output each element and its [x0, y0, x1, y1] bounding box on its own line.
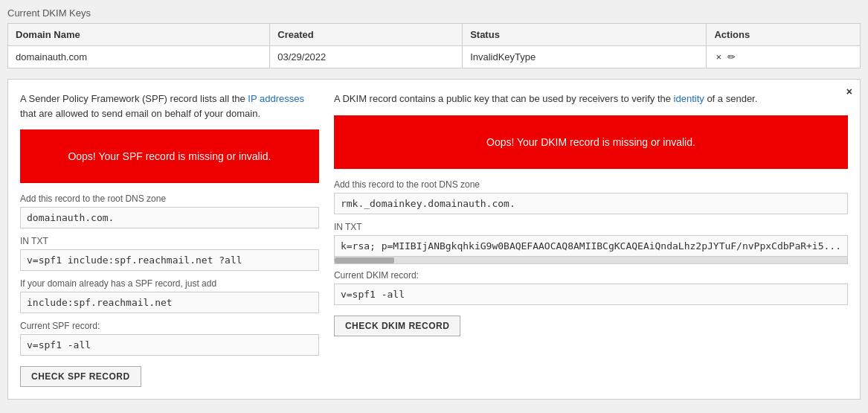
dkim-dns-label: Add this record to the root DNS zone: [334, 179, 848, 190]
check-dkim-button[interactable]: CHECK DKIM RECORD: [334, 316, 461, 336]
dkim-identity-highlight: identity: [674, 93, 704, 104]
table-row: domainauth.com 03/29/2022 InvalidKeyType…: [8, 46, 861, 68]
created-cell: 03/29/2022: [270, 46, 463, 68]
page-wrapper: Current DKIM Keys Domain Name Created St…: [0, 0, 868, 413]
dkim-current-value[interactable]: v=spf1 -all: [334, 284, 848, 305]
spf-current-label: Current SPF record:: [20, 321, 319, 331]
dkim-column: A DKIM record contains a public key that…: [334, 92, 848, 387]
delete-button[interactable]: ×: [714, 51, 723, 63]
dkim-description: A DKIM record contains a public key that…: [334, 92, 848, 106]
dkim-dns-value[interactable]: rmk._domainkey.domainauth.com.: [334, 193, 848, 214]
dkim-scrollbar[interactable]: [334, 257, 848, 264]
col-header-created: Created: [270, 24, 463, 46]
check-spf-button[interactable]: CHECK SPF RECORD: [20, 366, 141, 387]
dkim-error-banner: Oops! Your DKIM record is missing or inv…: [334, 115, 848, 169]
spf-just-add-value[interactable]: include:spf.reachmail.net: [20, 292, 319, 313]
col-header-domain: Domain Name: [8, 24, 270, 46]
spf-in-txt-value[interactable]: v=spf1 include:spf.reachmail.net ?all: [20, 249, 319, 271]
close-button[interactable]: ×: [846, 86, 852, 97]
dkim-keys-table: Domain Name Created Status Actions domai…: [7, 23, 861, 68]
spf-column: A Sender Policy Framework (SPF) record l…: [20, 92, 319, 387]
spf-description-highlight: IP addresses: [248, 93, 304, 104]
domain-cell: domainauth.com: [8, 46, 270, 68]
spf-error-banner: Oops! Your SPF record is missing or inva…: [20, 129, 319, 183]
dkim-in-txt-label: IN TXT: [334, 222, 848, 232]
two-column-layout: A Sender Policy Framework (SPF) record l…: [20, 92, 848, 387]
section-title: Current DKIM Keys: [7, 7, 861, 19]
spf-current-value[interactable]: v=spf1 -all: [20, 334, 319, 356]
col-header-status: Status: [463, 24, 707, 46]
dkim-in-txt-value: k=rsa; p=MIIBIjANBgkqhkiG9w0BAQEFAAOCAQ8…: [335, 236, 848, 256]
spf-dns-label: Add this record to the root DNS zone: [20, 193, 319, 204]
spf-in-txt-label: IN TXT: [20, 236, 319, 246]
spf-just-add-label: If your domain already has a SPF record,…: [20, 278, 319, 289]
dkim-current-label: Current DKIM record:: [334, 270, 848, 281]
actions-cell: × ✏: [707, 46, 861, 68]
spf-description: A Sender Policy Framework (SPF) record l…: [20, 92, 319, 121]
col-header-actions: Actions: [707, 24, 861, 46]
dkim-scrollbar-thumb: [335, 257, 394, 263]
dkim-in-txt-container[interactable]: k=rsa; p=MIIBIjANBgkqhkiG9w0BAQEFAAOCAQ8…: [334, 235, 848, 257]
edit-button[interactable]: ✏: [726, 51, 737, 63]
spf-dns-value[interactable]: domainauth.com.: [20, 207, 319, 228]
status-cell: InvalidKeyType: [463, 46, 707, 68]
main-content-panel: × A Sender Policy Framework (SPF) record…: [7, 79, 861, 400]
